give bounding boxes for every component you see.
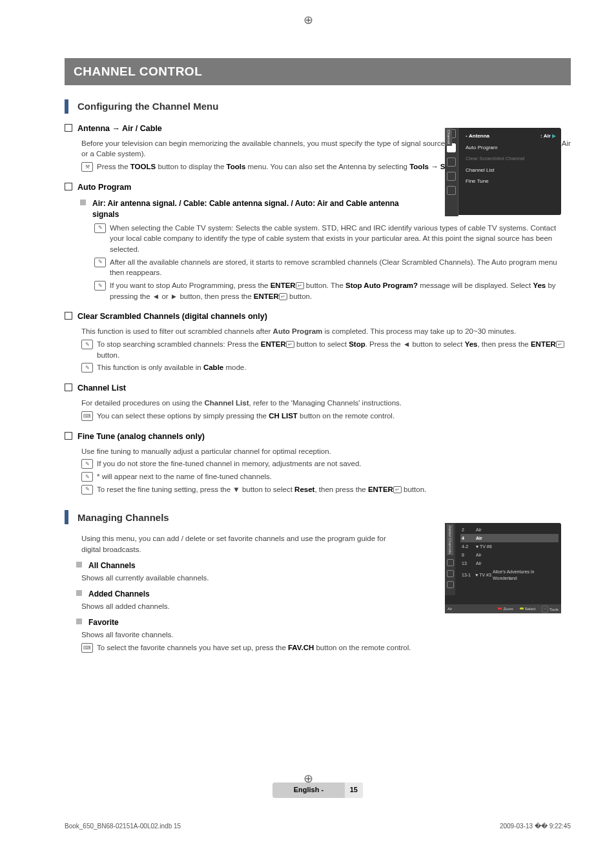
osd-list-row: 8Air <box>460 551 559 559</box>
accent-bar-icon <box>65 510 68 524</box>
gray-square-icon <box>80 199 86 205</box>
enter-icon: ↵ <box>286 341 294 348</box>
osd-row: Auto Program <box>464 142 557 154</box>
osd-list: 2Air 4Air 4-2♥ TV #8 8Air 13Air 13-1♥ TV… <box>458 523 561 586</box>
note-row: ⌨ You can select these options by simply… <box>81 411 571 422</box>
osd-screenshot-channel-menu: Channel • Antenna : Air ▶ Auto Program C… <box>445 128 561 215</box>
osd-row-selected: • Antenna : Air ▶ <box>464 130 557 142</box>
note-row: ✎ This function is only available in Cab… <box>81 362 571 373</box>
note-row: ✎ If you do not store the fine-tuned cha… <box>81 458 571 469</box>
enter-icon: ↵ <box>296 282 304 289</box>
subsection-title: Configuring the Channel Menu <box>77 99 218 114</box>
osd-nav-icon <box>447 172 456 181</box>
note-text: * will appear next to the name of fine-t… <box>97 471 272 482</box>
note-text: After all the available channels are sto… <box>110 257 571 278</box>
note-row: ✎ After all the available channels are s… <box>94 257 571 278</box>
yellow-dot-icon <box>520 608 524 609</box>
note-text: If you want to stop Auto Programming, pr… <box>110 280 571 302</box>
topic-clear: Clear Scrambled Channels (digital channe… <box>65 311 571 322</box>
gray-square-icon <box>76 562 82 568</box>
topic-title: Clear Scrambled Channels (digital channe… <box>77 311 267 322</box>
page-title: CHANNEL CONTROL <box>65 58 571 85</box>
remote-icon: ⌨ <box>81 643 93 653</box>
tools-icon: ⚒ <box>81 162 93 172</box>
osd-tab-label: Added Channels <box>447 524 454 555</box>
registration-mark-icon: ⊕ <box>303 12 313 28</box>
sublist-title: All Channels <box>88 560 136 571</box>
osd-nav-icon <box>447 570 454 577</box>
note-text: To reset the fine tuning setting, press … <box>97 484 426 495</box>
note-icon: ✎ <box>81 459 93 469</box>
enter-icon: ↵ <box>556 341 564 348</box>
note-row: ✎ If you want to stop Auto Programming, … <box>94 280 571 302</box>
osd-tab-label: Channel <box>445 128 452 146</box>
topic-bullet-icon <box>65 183 72 190</box>
osd-list-row: 13-1♥ TV #3Alice's Adventures in Wonderl… <box>460 568 559 583</box>
osd-sidebar: Channel <box>445 128 458 216</box>
gray-square-icon <box>76 590 82 596</box>
page-footer: English - 15 <box>65 783 571 798</box>
osd-row-disabled: Clear Scrambled Channel <box>464 153 557 165</box>
osd-row: Fine Tune <box>464 176 557 187</box>
note-row: ✎ To stop searching scrambled channels: … <box>81 339 571 360</box>
note-icon: ✎ <box>81 485 93 495</box>
osd-nav-icon <box>447 559 454 566</box>
note-row: ✎ * will appear next to the name of fine… <box>81 471 571 482</box>
osd-screenshot-added-channels: Added Channels 2Air 4Air 4-2♥ TV #8 8Air… <box>445 523 561 613</box>
osd-nav-icon <box>447 158 456 167</box>
print-timestamp: 2009-03-13 �� 9:22:45 <box>500 822 571 832</box>
topic-title: Channel List <box>77 382 126 394</box>
gray-square-icon <box>76 619 82 624</box>
note-text: If you do not store the fine-tuned chann… <box>97 458 362 469</box>
osd-list-row: 4-2♥ TV #8 <box>460 542 559 551</box>
enter-icon: ↵ <box>279 293 287 300</box>
note-text: This function is only available in Cable… <box>97 362 246 373</box>
print-file: Book_650_BN68-02151A-00L02.indb 15 <box>65 822 181 832</box>
sublist-title: Added Channels <box>88 589 150 600</box>
note-icon: ✎ <box>81 472 93 482</box>
chevron-right-icon: ▶ <box>552 133 556 139</box>
note-icon: ✎ <box>94 281 106 291</box>
note-text: You can select these options by simply p… <box>97 411 395 422</box>
remote-icon: ⌨ <box>81 411 93 421</box>
sublist-title: Air: Air antenna signal. / Cable: Cable … <box>92 198 415 221</box>
topic-bullet-icon <box>65 384 72 391</box>
registration-mark-icon: ⊕ <box>303 770 313 787</box>
note-row: ⌨ To select the favorite channels you ha… <box>81 642 571 653</box>
osd-sidebar: Added Channels <box>445 523 455 595</box>
topic-fine-tune: Fine Tune (analog channels only) <box>65 431 571 442</box>
subsection-title: Managing Channels <box>77 511 169 525</box>
subsection-header: Configuring the Channel Menu <box>65 99 571 114</box>
sublist-row: Favorite <box>76 617 571 628</box>
note-icon: ✎ <box>94 258 106 267</box>
page-number-badge: English - 15 <box>272 783 363 798</box>
note-text: When selecting the Cable TV system: Sele… <box>110 223 571 255</box>
note-icon: ✎ <box>81 340 93 349</box>
osd-nav-icon <box>447 581 454 588</box>
print-metadata: Book_650_BN68-02151A-00L02.indb 15 2009-… <box>65 822 571 832</box>
accent-bar-icon <box>65 99 68 114</box>
osd-footer-air: Air <box>447 606 452 612</box>
osd-nav-icon <box>447 186 456 195</box>
topic-title: Auto Program <box>77 181 131 193</box>
topic-title: Fine Tune (analog channels only) <box>77 431 205 442</box>
note-text: To stop searching scrambled channels: Pr… <box>97 339 571 360</box>
topic-bullet-icon <box>65 432 72 440</box>
note-icon: ✎ <box>94 223 106 233</box>
osd-list-row: 13Air <box>460 560 559 568</box>
topic-bullet-icon <box>65 124 72 132</box>
osd-row: Channel List <box>464 165 557 176</box>
osd-list-row: 2Air <box>460 526 559 534</box>
topic-title: Antenna → Air / Cable <box>77 123 162 134</box>
topic-channel-list: Channel List <box>65 382 571 394</box>
sublist-text: Shows all favorite channels. <box>81 629 571 640</box>
note-icon: ✎ <box>81 363 93 373</box>
osd-list-row-selected: 4Air <box>460 534 559 542</box>
note-row: ✎ When selecting the Cable TV system: Se… <box>94 223 571 255</box>
enter-icon: ↵ <box>393 486 402 493</box>
topic-bullet-icon <box>65 312 72 320</box>
note-row: ✎ To reset the fine tuning setting, pres… <box>81 484 571 495</box>
topic-body: Use fine tuning to manually adjust a par… <box>81 446 571 457</box>
note-text: To select the favorite channels you have… <box>97 642 411 653</box>
red-dot-icon <box>498 608 502 609</box>
